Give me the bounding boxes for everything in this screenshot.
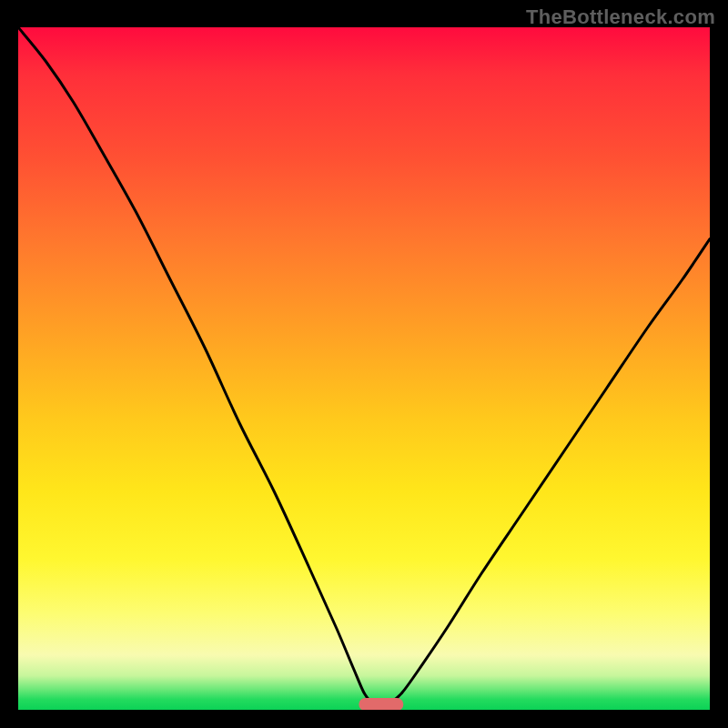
watermark-text: TheBottleneck.com: [526, 5, 715, 29]
bottleneck-curve: [18, 27, 710, 710]
plot-area: [18, 27, 710, 710]
chart-frame: TheBottleneck.com: [0, 0, 728, 728]
optimal-marker: [359, 698, 403, 710]
curve-path: [18, 27, 710, 704]
